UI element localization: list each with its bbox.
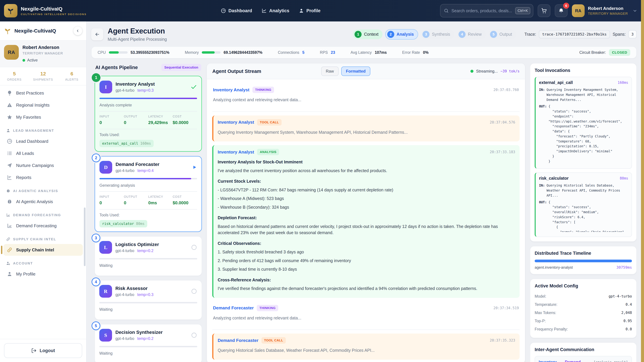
message-type-badge: THINKING: [252, 87, 274, 93]
trace-span-duration: 30759ms: [616, 265, 632, 270]
user-status: Active: [22, 58, 63, 62]
agent-name: Demand Forecaster: [116, 162, 159, 167]
agent-name-link[interactable]: Demand Forecaster: [213, 305, 254, 311]
lightbulb-icon: [7, 90, 12, 96]
agent-avatar: R: [99, 285, 112, 298]
sidebar-stats: 5ORDERS12SHIPMENTS6ALERTS: [0, 67, 86, 85]
agent-model: gpt-4-turbo: [116, 336, 134, 341]
trace-span-bar: [535, 260, 632, 262]
metric-connections: Connections5: [278, 50, 304, 55]
sidebar-scrollbar[interactable]: [84, 207, 86, 266]
metric-bar: [109, 51, 128, 54]
sidebar-item-best-practices[interactable]: Best Practices: [3, 87, 83, 99]
logout-wrap: Logout: [0, 339, 86, 362]
agent-stats: INPUT0OUTPUT0LATENCY29,429msCOST$0.0000: [100, 111, 197, 129]
streaming-indicator-dot: [470, 70, 474, 73]
page-subtitle: Multi-Agent Pipeline Processing: [108, 37, 167, 42]
analytics-icon: [262, 8, 267, 13]
agent-status: Waiting: [99, 351, 197, 359]
message-type-badge: TOOL CALL: [262, 337, 286, 344]
sidebar-item-ai-agentic-analysis[interactable]: AI Agentic Analysis: [3, 196, 83, 207]
message-body: Querying Historical Sales Database, Weat…: [218, 347, 515, 354]
formatted-toggle-button[interactable]: Formatted: [341, 66, 370, 76]
tool-calls-list: external_api_call160ms IN:Querying Inven…: [535, 77, 632, 237]
sidebar-item-regional-insights[interactable]: Regional Insights: [3, 99, 83, 111]
agent-card-decision-synthesizer: 5 S Decision Synthesizer gpt-4-turbotemp…: [94, 324, 202, 362]
logout-button[interactable]: Logout: [4, 343, 82, 358]
gauge-icon: [221, 8, 226, 13]
agent-name-link[interactable]: Inventory Analyst: [218, 149, 254, 155]
agent-step-number: 3: [92, 234, 100, 242]
circle-icon: [191, 244, 197, 251]
sidebar-item-lead-dashboard[interactable]: Lead Dashboard: [3, 135, 83, 147]
tool-call-input: IN:Querying Historical Sales Database, W…: [539, 183, 628, 198]
agents-pipeline-panel: AI Agents Pipeline Sequential Execution …: [91, 63, 202, 362]
agent-name-link[interactable]: Inventory Analyst: [218, 120, 254, 125]
message-body: Analyzing context and retrieving relevan…: [213, 97, 519, 103]
report-icon: [7, 175, 12, 180]
sidebar-collapse-button[interactable]: [74, 26, 82, 35]
agent-avatar: S: [99, 329, 112, 342]
system-metrics-bar: CPU53.39555523093751%Memory69.1496284443…: [91, 46, 636, 58]
brain-icon: [7, 199, 12, 204]
sidebar-item-reports[interactable]: Reports: [3, 172, 83, 183]
cart-button[interactable]: [538, 4, 550, 17]
message-timestamp: 20:37:34.519: [494, 306, 519, 310]
sidebar-item-nurture-campaigns[interactable]: Nurture Campaigns: [3, 160, 83, 171]
agent-model: gpt-4-turbo: [116, 168, 134, 173]
comm-payload: [analysis_result]: [594, 360, 628, 362]
notification-count-badge: 6: [563, 3, 569, 9]
user-icon: [299, 8, 304, 13]
tool-call-output: OUT:{ "status": "success", "overallRisk"…: [539, 200, 628, 232]
tool-chip-risk-calculator: risk_calculator 80ms: [100, 220, 147, 227]
user-icon: [7, 271, 12, 277]
metric-memory: Memory69.14962844433597%: [185, 50, 262, 55]
sidebar-item-my-favorites[interactable]: My Favorites: [3, 111, 83, 123]
sidebar-item-all-leads[interactable]: All Leads: [3, 147, 83, 159]
trace-span-row: agent.inventory-analyst 30759ms: [535, 265, 632, 270]
back-button[interactable]: [91, 28, 103, 40]
search-input[interactable]: [452, 8, 512, 13]
page-title: Agent Execution: [108, 27, 167, 35]
agent-status: Waiting: [99, 307, 197, 316]
tool-call-duration: 80ms: [620, 176, 628, 180]
agent-model: gpt-4-turbo: [116, 88, 134, 93]
user-gear-icon: [6, 261, 10, 266]
brand-logo: [4, 4, 18, 17]
page-scrollbar[interactable]: [641, 0, 644, 362]
message-type-badge: ANALYSIS: [257, 149, 279, 155]
notifications-button[interactable]: 6: [555, 4, 568, 17]
top-navbar: Nexgile-CultivaIQ CULTIVATING INTELLIGEN…: [0, 0, 644, 21]
nav-link-dashboard[interactable]: Dashboard: [221, 8, 252, 13]
sidebar-item-demand-forecasting[interactable]: Demand Forecasting: [3, 220, 83, 232]
agent-progress-bar: [100, 178, 197, 179]
sidebar-stat-alerts: 6ALERTS: [58, 71, 86, 81]
sidebar-stat-shipments: 12SHIPMENTS: [29, 71, 57, 81]
agent-name-link[interactable]: Demand Forecaster: [218, 338, 258, 343]
agent-step-number: 4: [92, 278, 100, 286]
agent-progress-bar: [99, 302, 197, 303]
brand-text: Nexgile-CultivaIQ CULTIVATING INTELLIGEN…: [21, 6, 86, 15]
global-search[interactable]: Ctrl+K: [440, 4, 533, 17]
user-menu[interactable]: RA Robert Anderson TERRITORY MANAGER: [572, 4, 637, 17]
agent-card-inventory-analyst: 1 I Inventory Analyst gpt-4-turbotemp=0.…: [94, 76, 202, 152]
tool-invocations-title: Tool Invocations: [535, 68, 632, 73]
inter-agent-panel: Inter-Agent Communication Inventory → De…: [530, 343, 636, 362]
arrow-right-icon: →: [559, 360, 563, 362]
agent-name-link[interactable]: Inventory Analyst: [213, 87, 250, 92]
stream-message-tool: Inventory Analyst TOOL CALL 20:37:04.576…: [212, 115, 520, 142]
step-review: 4Review: [457, 29, 486, 39]
sidebar-item-supply-chain-intel[interactable]: Supply Chain Intel: [3, 244, 83, 256]
sidebar-item-my-profile[interactable]: My Profile: [3, 268, 83, 280]
message-timestamp: 20:37:03.760: [494, 88, 519, 92]
stream-message-thinking: Demand Forecaster THINKING 20:37:34.519 …: [212, 302, 520, 330]
agent-card-demand-forecaster: 2 D Demand Forecaster gpt-4-turbotemp=0.…: [94, 156, 202, 232]
streaming-status: Streaming... ~39 tok/s: [470, 69, 520, 73]
nav-link-analytics[interactable]: Analytics: [262, 8, 289, 13]
raw-toggle-button[interactable]: Raw: [321, 66, 338, 76]
nav-link-profile[interactable]: Profile: [299, 8, 320, 13]
sidebar: Nexgile-CultivaIQ RA Robert Anderson TER…: [0, 21, 86, 362]
sidebar-section-account: ACCOUNT: [3, 256, 83, 268]
agent-temperature: temp=0.2: [137, 249, 154, 253]
agent-temperature: temp=0.2: [137, 336, 154, 341]
